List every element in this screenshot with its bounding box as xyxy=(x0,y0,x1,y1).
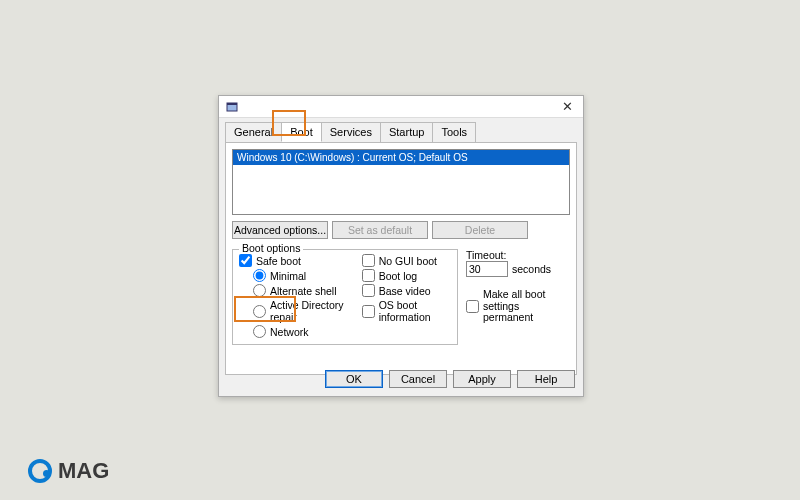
radio-ad-repair[interactable]: Active Directory repair xyxy=(253,299,348,323)
radio-network[interactable]: Network xyxy=(253,325,348,338)
boot-options-legend: Boot options xyxy=(239,242,303,254)
timeout-label: Timeout: xyxy=(466,249,570,261)
logo-icon xyxy=(28,459,52,483)
tab-general[interactable]: General xyxy=(225,122,282,142)
watermark-logo: MAG xyxy=(28,458,109,484)
dialog-button-row: OK Cancel Apply Help xyxy=(325,370,575,388)
make-permanent-checkbox[interactable]: Make all boot settings permanent xyxy=(466,289,570,324)
timeout-unit: seconds xyxy=(512,263,551,275)
msconfig-dialog: ✕ General Boot Services Startup Tools Wi… xyxy=(218,95,584,397)
svg-rect-1 xyxy=(227,103,237,105)
boot-options-group: Boot options Safe boot Minimal Alternate… xyxy=(232,249,458,345)
timeout-column: Timeout: seconds Make all boot settings … xyxy=(466,249,570,345)
safe-boot-label: Safe boot xyxy=(256,255,301,267)
close-button[interactable]: ✕ xyxy=(558,99,577,114)
tab-services[interactable]: Services xyxy=(321,122,381,142)
timeout-input[interactable] xyxy=(466,261,508,277)
no-gui-boot-checkbox[interactable]: No GUI boot xyxy=(362,254,451,267)
tab-panel-boot: Windows 10 (C:\Windows) : Current OS; De… xyxy=(225,142,577,375)
radio-alternate-shell[interactable]: Alternate shell xyxy=(253,284,348,297)
app-icon xyxy=(225,100,239,114)
set-default-button: Set as default xyxy=(332,221,428,239)
safe-boot-checkbox[interactable]: Safe boot xyxy=(239,254,348,267)
os-button-row: Advanced options... Set as default Delet… xyxy=(232,221,570,239)
boot-log-checkbox[interactable]: Boot log xyxy=(362,269,451,282)
logo-text: MAG xyxy=(58,458,109,484)
titlebar: ✕ xyxy=(219,96,583,118)
tab-strip: General Boot Services Startup Tools xyxy=(219,118,583,142)
cancel-button[interactable]: Cancel xyxy=(389,370,447,388)
apply-button[interactable]: Apply xyxy=(453,370,511,388)
base-video-checkbox[interactable]: Base video xyxy=(362,284,451,297)
tab-tools[interactable]: Tools xyxy=(432,122,476,142)
os-list-item[interactable]: Windows 10 (C:\Windows) : Current OS; De… xyxy=(233,150,569,165)
delete-button: Delete xyxy=(432,221,528,239)
os-boot-info-checkbox[interactable]: OS boot information xyxy=(362,299,451,323)
ok-button[interactable]: OK xyxy=(325,370,383,388)
help-button[interactable]: Help xyxy=(517,370,575,388)
advanced-options-button[interactable]: Advanced options... xyxy=(232,221,328,239)
radio-minimal[interactable]: Minimal xyxy=(253,269,348,282)
tab-startup[interactable]: Startup xyxy=(380,122,433,142)
tab-boot[interactable]: Boot xyxy=(281,122,322,142)
os-list[interactable]: Windows 10 (C:\Windows) : Current OS; De… xyxy=(232,149,570,215)
